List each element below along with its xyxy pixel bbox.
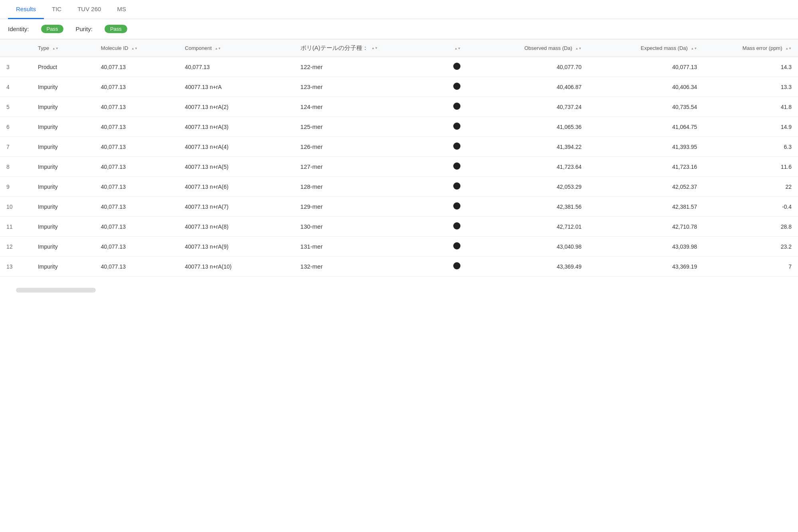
tab-ms[interactable]: MS (109, 0, 134, 19)
table-body: 3 Product 40,077.13 40,077.13 122-mer 40… (0, 57, 798, 277)
cell-mass-error: 14.3 (703, 57, 798, 77)
col-header-type[interactable]: Type ▲▼ (32, 40, 95, 57)
cell-expected-mass: 40,077.13 (588, 57, 703, 77)
cell-num: 7 (0, 137, 32, 157)
cell-component-label: 125-mer (294, 117, 441, 137)
table-row[interactable]: 12 Impurity 40,077.13 40077.13 n+rA(9) 1… (0, 237, 798, 257)
cell-component: 40077.13 n+rA(6) (178, 177, 294, 197)
cell-component: 40,077.13 (178, 57, 294, 77)
cell-observed-mass: 42,712.01 (472, 217, 588, 237)
sort-icon-type[interactable]: ▲▼ (52, 47, 59, 50)
cell-molecule-id: 40,077.13 (95, 237, 179, 257)
cell-mass-error: 28.8 (703, 217, 798, 237)
horizontal-scrollbar[interactable] (16, 288, 96, 293)
cell-type: Impurity (32, 157, 95, 177)
cell-component-label: 124-mer (294, 97, 441, 117)
dot-marker (453, 142, 460, 150)
cell-expected-mass: 40,406.34 (588, 77, 703, 97)
cell-component-label: 123-mer (294, 77, 441, 97)
col-header-component-sublabel: ポリ(A)テールの分子種： ▲▼ (294, 40, 441, 57)
dot-marker (453, 162, 460, 170)
tab-tic[interactable]: TIC (44, 0, 69, 19)
cell-observed-mass: 41,394.22 (472, 137, 588, 157)
sort-icon-mass-error[interactable]: ▲▼ (785, 47, 792, 50)
purity-badge: Pass (105, 25, 127, 33)
cell-expected-mass: 41,393.95 (588, 137, 703, 157)
tab-tuv260[interactable]: TUV 260 (69, 0, 109, 19)
col-header-mass-error[interactable]: Mass error (ppm) ▲▼ (703, 40, 798, 57)
cell-dot (441, 177, 472, 197)
table-row[interactable]: 6 Impurity 40,077.13 40077.13 n+rA(3) 12… (0, 117, 798, 137)
cell-dot (441, 57, 472, 77)
cell-dot (441, 237, 472, 257)
cell-type: Impurity (32, 217, 95, 237)
cell-observed-mass: 40,077.70 (472, 57, 588, 77)
cell-num: 6 (0, 117, 32, 137)
table-row[interactable]: 13 Impurity 40,077.13 40077.13 n+rA(10) … (0, 257, 798, 277)
tab-results[interactable]: Results (8, 0, 44, 19)
table-row[interactable]: 7 Impurity 40,077.13 40077.13 n+rA(4) 12… (0, 137, 798, 157)
results-table-wrapper: Type ▲▼ Molecule ID ▲▼ Component ▲▼ ポリ(A… (0, 39, 798, 285)
cell-expected-mass: 43,369.19 (588, 257, 703, 277)
cell-component: 40077.13 n+rA(7) (178, 197, 294, 217)
cell-expected-mass: 42,710.78 (588, 217, 703, 237)
table-row[interactable]: 10 Impurity 40,077.13 40077.13 n+rA(7) 1… (0, 197, 798, 217)
cell-component-label: 122-mer (294, 57, 441, 77)
cell-component-label: 132-mer (294, 257, 441, 277)
sort-icon-expected-mass[interactable]: ▲▼ (691, 47, 697, 50)
cell-dot (441, 77, 472, 97)
cell-type: Product (32, 57, 95, 77)
sort-icon-component[interactable]: ▲▼ (215, 47, 221, 50)
cell-type: Impurity (32, 237, 95, 257)
sort-icon-molecule-id[interactable]: ▲▼ (131, 47, 138, 50)
cell-component: 40077.13 n+rA(4) (178, 137, 294, 157)
cell-dot (441, 97, 472, 117)
dot-marker (453, 202, 460, 210)
cell-component-label: 130-mer (294, 217, 441, 237)
cell-dot (441, 157, 472, 177)
cell-mass-error: 23.2 (703, 237, 798, 257)
col-header-num (0, 40, 32, 57)
table-row[interactable]: 8 Impurity 40,077.13 40077.13 n+rA(5) 12… (0, 157, 798, 177)
cell-type: Impurity (32, 77, 95, 97)
col-header-molecule-id[interactable]: Molecule ID ▲▼ (95, 40, 179, 57)
cell-num: 8 (0, 157, 32, 177)
cell-num: 12 (0, 237, 32, 257)
tab-bar: Results TIC TUV 260 MS (0, 0, 798, 19)
cell-molecule-id: 40,077.13 (95, 137, 179, 157)
cell-type: Impurity (32, 177, 95, 197)
cell-molecule-id: 40,077.13 (95, 177, 179, 197)
dot-marker (453, 63, 460, 70)
cell-mass-error: 11.6 (703, 157, 798, 177)
table-row[interactable]: 3 Product 40,077.13 40,077.13 122-mer 40… (0, 57, 798, 77)
col-header-component[interactable]: Component ▲▼ (178, 40, 294, 57)
col-header-dot: ▲▼ (441, 40, 472, 57)
cell-observed-mass: 40,406.87 (472, 77, 588, 97)
cell-dot (441, 197, 472, 217)
sort-icon-dot[interactable]: ▲▼ (454, 47, 461, 50)
cell-expected-mass: 41,064.75 (588, 117, 703, 137)
cell-dot (441, 217, 472, 237)
dot-marker (453, 262, 460, 269)
cell-component: 40077.13 n+rA(2) (178, 97, 294, 117)
sort-icon-component-sublabel[interactable]: ▲▼ (371, 47, 378, 50)
table-row[interactable]: 5 Impurity 40,077.13 40077.13 n+rA(2) 12… (0, 97, 798, 117)
table-row[interactable]: 11 Impurity 40,077.13 40077.13 n+rA(8) 1… (0, 217, 798, 237)
table-row[interactable]: 9 Impurity 40,077.13 40077.13 n+rA(6) 12… (0, 177, 798, 197)
cell-observed-mass: 42,053.29 (472, 177, 588, 197)
cell-num: 5 (0, 97, 32, 117)
sort-icon-observed-mass[interactable]: ▲▼ (575, 47, 582, 50)
col-header-expected-mass[interactable]: Expected mass (Da) ▲▼ (588, 40, 703, 57)
cell-observed-mass: 43,040.98 (472, 237, 588, 257)
cell-expected-mass: 42,052.37 (588, 177, 703, 197)
cell-num: 4 (0, 77, 32, 97)
cell-dot (441, 137, 472, 157)
cell-component-label: 129-mer (294, 197, 441, 217)
cell-type: Impurity (32, 97, 95, 117)
table-header-row: Type ▲▼ Molecule ID ▲▼ Component ▲▼ ポリ(A… (0, 40, 798, 57)
cell-observed-mass: 40,737.24 (472, 97, 588, 117)
col-header-observed-mass[interactable]: Observed mass (Da) ▲▼ (472, 40, 588, 57)
cell-component: 40077.13 n+rA(8) (178, 217, 294, 237)
table-row[interactable]: 4 Impurity 40,077.13 40077.13 n+rA 123-m… (0, 77, 798, 97)
cell-component-label: 128-mer (294, 177, 441, 197)
